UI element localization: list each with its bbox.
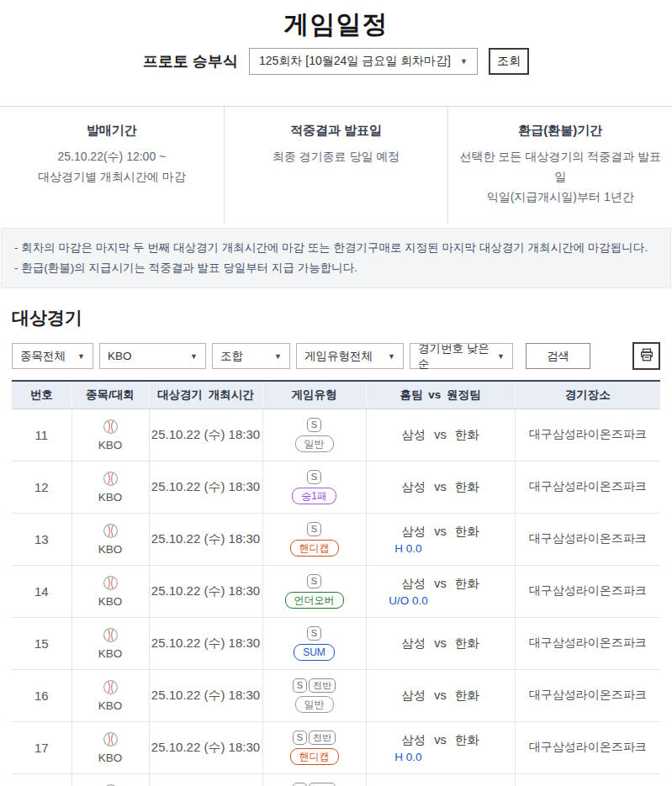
teams-cell: 삼성 vs 한화 H 0.0 [366, 721, 515, 773]
round-select-value: 125회차 [10월24일 금요일 회차마감] [259, 54, 451, 69]
result-date-column: 적중결과 발표일 최종 경기종료 당일 예정 [224, 107, 448, 224]
teams-cell: 삼성 vs 한화 [366, 461, 515, 513]
baseball-icon [103, 575, 119, 594]
print-button[interactable] [632, 342, 660, 370]
notice-line-1: - 회차의 마감은 마지막 두 번째 대상경기 개최시간에 마감 또는 한경기구… [14, 238, 658, 258]
baseball-icon [103, 731, 119, 751]
header-start-time: 대상경기 개최시간 [149, 381, 262, 409]
refund-period-line2: 익일(지급개시일)부터 1년간 [457, 187, 664, 207]
game-type-cell: S전반 일반 [262, 669, 366, 721]
venue-text: 대구삼성라이온즈파크 [515, 409, 660, 461]
single-game-badge: S [293, 678, 307, 693]
table-row: 16 KBO 25.10.22 (수) 18:30 S전반 일반 삼성 vs 한… [12, 669, 660, 721]
match-number: 13 [12, 513, 71, 565]
game-type-cell: S 승1패 [262, 461, 366, 513]
single-game-badge: S [307, 522, 321, 536]
venue-text: 대구삼성라이온즈파크 [515, 617, 660, 669]
sale-info-section: 발매기간 25.10.22(수) 12:00 ~ 대상경기별 개최시간에 마감 … [0, 106, 672, 224]
refund-period-column: 환급(환불)기간 선택한 모든 대상경기의 적중결과 발표일 익일(지급개시일)… [447, 107, 672, 224]
first-half-badge: 전반 [309, 678, 336, 693]
sale-period-column: 발매기간 25.10.22(수) 12:00 ~ 대상경기별 개최시간에 마감 [0, 107, 224, 224]
header-venue: 경기장소 [515, 381, 660, 409]
match-number: 11 [12, 409, 71, 461]
game-type-cell: S전반 핸디캡 [262, 721, 366, 773]
game-type-badge: 일반 [295, 696, 334, 713]
single-game-badge: S [307, 626, 321, 641]
league-label: KBO [98, 543, 123, 556]
header-sport: 종목/대회 [71, 381, 149, 409]
sale-period-line2: 대상경기별 개최시간에 마감 [8, 166, 215, 187]
match-time: 25.10.22 (수) 18:30 [149, 617, 262, 669]
proto-type-label: 프로토 승부식 [143, 51, 238, 71]
single-game-badge: S [307, 470, 321, 484]
handicap-value: H 0.0 [335, 751, 483, 763]
printer-icon [639, 347, 654, 365]
refund-period-line1: 선택한 모든 대상경기의 적중결과 발표일 [457, 146, 664, 187]
teams-cell: 삼성 vs 한화 U/O 0.0 [366, 565, 515, 617]
handicap-value: H 0.0 [335, 542, 483, 555]
chevron-down-icon: ▼ [77, 352, 85, 361]
venue-text: 대구삼성라이온즈파크 [515, 513, 660, 565]
table-row: 15 KBO 25.10.22 (수) 18:30 S SUM 삼성 vs 한화 [12, 617, 660, 669]
venue-text: 대구삼성라이온즈파크 [515, 565, 660, 617]
header-game-type: 게임유형 [262, 381, 366, 409]
teams-text: 삼성 vs 한화 [367, 732, 515, 748]
baseball-icon [103, 783, 119, 786]
match-number: 14 [12, 565, 71, 617]
venue-text: 대구삼성라이온즈파크 [515, 669, 660, 721]
sport-cell: KBO [71, 617, 149, 669]
match-time: 25.10.22 (수) 18:30 [149, 773, 262, 786]
page-title: 게임일정 [0, 8, 672, 42]
sort-order-dropdown[interactable]: 경기번호 낮은순 ▼ [410, 343, 513, 369]
teams-cell: 삼성 vs 한화 H 0.0 [366, 513, 515, 565]
chevron-down-icon: ▼ [497, 352, 505, 361]
game-type-cell: S전반 언더오버 [262, 773, 366, 786]
round-select[interactable]: 125회차 [10월24일 금요일 회차마감] ▼ [249, 48, 478, 75]
single-game-badge: S [307, 418, 321, 432]
baseball-icon [103, 419, 119, 438]
league-label: KBO [98, 752, 123, 764]
handicap-value: U/O 0.0 [335, 594, 483, 607]
game-type-filter-dropdown[interactable]: 게임유형전체 ▼ [296, 343, 404, 369]
table-row: 12 KBO 25.10.22 (수) 18:30 S 승1패 삼성 vs 한화 [12, 461, 660, 513]
league-label: KBO [98, 491, 123, 504]
match-time: 25.10.22 (수) 18:30 [149, 461, 262, 513]
match-time: 25.10.22 (수) 18:30 [149, 669, 262, 721]
table-header-row: 번호 종목/대회 대상경기 개최시간 게임유형 홈팀 vs 원정팀 경기장소 [12, 381, 660, 409]
result-date-line1: 최종 경기종료 당일 예정 [233, 146, 440, 166]
league-label: KBO [98, 595, 123, 608]
sort-order-value: 경기번호 낮은순 [418, 341, 497, 372]
league-label: KBO [98, 647, 123, 660]
venue-text: 대구삼성라이온즈파크 [515, 721, 660, 773]
table-row: 17 KBO 25.10.22 (수) 18:30 S전반 핸디캡 삼성 vs … [12, 721, 660, 773]
match-number: 12 [12, 461, 71, 513]
first-half-badge: 전반 [309, 731, 336, 745]
inquiry-button[interactable]: 조회 [489, 48, 529, 75]
single-game-badge: S [293, 731, 307, 745]
proto-selector-row: 프로토 승부식 125회차 [10월24일 금요일 회차마감] ▼ 조회 [0, 48, 672, 75]
league-filter-dropdown[interactable]: KBO ▼ [99, 343, 206, 369]
header-teams: 홈팀 vs 원정팀 [366, 381, 515, 409]
first-half-badge: 전반 [309, 783, 336, 786]
match-number: 17 [12, 721, 71, 773]
sale-period-line1: 25.10.22(수) 12:00 ~ [8, 146, 215, 166]
game-type-cell: S 핸디캡 [262, 513, 366, 565]
game-type-cell: S 일반 [262, 409, 366, 461]
notice-box: - 회차의 마감은 마지막 두 번째 대상경기 개최시간에 마감 또는 한경기구… [1, 228, 671, 288]
table-row: 14 KBO 25.10.22 (수) 18:30 S 언더오버 삼성 vs 한… [12, 565, 660, 617]
sport-filter-value: 종목전체 [20, 349, 66, 364]
table-row: 11 KBO 25.10.22 (수) 18:30 S 일반 삼성 vs 한화 [12, 409, 660, 461]
combination-filter-dropdown[interactable]: 조합 ▼ [212, 343, 290, 369]
teams-text: 삼성 vs 한화 [367, 524, 515, 540]
teams-text: 삼성 vs 한화 [367, 479, 515, 495]
game-type-badge: 승1패 [292, 488, 336, 504]
sport-filter-dropdown[interactable]: 종목전체 ▼ [12, 343, 93, 369]
game-type-cell: S 언더오버 [262, 565, 366, 617]
baseball-icon [103, 627, 119, 646]
search-button[interactable]: 검색 [526, 343, 590, 369]
filter-bar: 종목전체 ▼ KBO ▼ 조합 ▼ 게임유형전체 ▼ 경기번호 낮은순 ▼ 검색 [12, 342, 660, 370]
match-number: 16 [12, 669, 71, 721]
game-type-filter-value: 게임유형전체 [304, 349, 373, 364]
chevron-down-icon: ▼ [190, 352, 198, 361]
chevron-down-icon: ▼ [460, 57, 468, 66]
